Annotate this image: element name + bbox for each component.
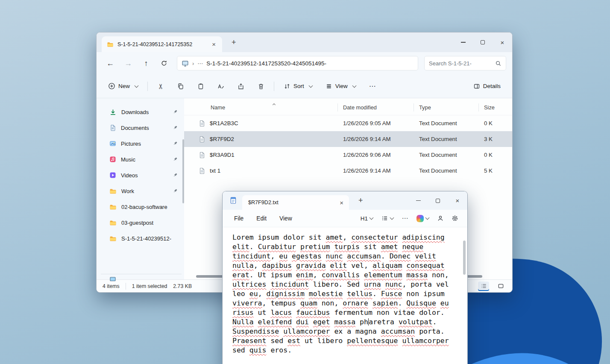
text-line: nulla, dapibus gravida elit vel, aliquam…: [232, 261, 459, 270]
notepad-app-icon: [229, 197, 237, 204]
notepad-active-tab[interactable]: $R7F9D2.txt ×: [242, 195, 349, 210]
notepad-title-bar[interactable]: $R7F9D2.txt × + ×: [223, 191, 467, 210]
sidebar-item-music[interactable]: Music: [101, 152, 182, 167]
menu-edit[interactable]: Edit: [251, 213, 272, 224]
file-name: $R1A2B3C: [210, 120, 238, 126]
more-options-icon[interactable]: ⋯: [399, 212, 411, 225]
settings-gear-icon[interactable]: [449, 212, 461, 225]
minimize-button[interactable]: [453, 32, 473, 52]
text-file-icon: [199, 120, 205, 127]
pin-icon: [172, 188, 178, 194]
menu-file[interactable]: File: [229, 213, 249, 224]
sidebar-item-02-bacup-software[interactable]: 02-bacup-software: [101, 200, 182, 214]
file-row[interactable]: $R1A2B3C1/26/2026 9:05 AMText Document0 …: [184, 115, 512, 131]
column-header-name[interactable]: Name: [184, 100, 338, 115]
sidebar-item-03-guestpost[interactable]: 03-guestpost: [101, 215, 182, 230]
file-row[interactable]: $R3A9D11/26/2026 9:06 AMText Document0 K: [184, 147, 512, 163]
downloads-icon: [109, 109, 117, 116]
tab-close-icon[interactable]: ×: [337, 199, 346, 206]
sidebar-item-pictures[interactable]: Pictures: [101, 136, 182, 151]
text-line: viverra, tempus quam non, ornare sapien.…: [232, 299, 459, 308]
copy-button[interactable]: [173, 79, 188, 94]
toolbar-divider: [147, 82, 148, 91]
copilot-button[interactable]: [413, 212, 432, 225]
pin-icon: [172, 172, 178, 178]
delete-button[interactable]: [254, 79, 268, 94]
details-view-toggle[interactable]: [478, 282, 489, 291]
selection-size: 2.73 KB: [173, 283, 192, 289]
column-header-date-modified[interactable]: Date modified: [338, 100, 414, 115]
file-size: 0 K: [479, 152, 512, 158]
account-button[interactable]: [434, 212, 447, 225]
tab-title: S-1-5-21-40239512-141725352: [117, 41, 206, 47]
notepad-text-area[interactable]: Lorem ipsum dolor sit amet, consectetur …: [223, 227, 467, 364]
text-file-icon: [199, 167, 205, 174]
navigation-pane: DownloadsDocumentsPicturesMusicVideosWor…: [97, 98, 184, 279]
sidebar-item-downloads[interactable]: Downloads: [101, 105, 182, 119]
refresh-icon[interactable]: [156, 56, 172, 70]
sidebar-item-s-1-5-21-40239512[interactable]: S-1-5-21-40239512-: [101, 231, 182, 246]
thumbnail-view-toggle[interactable]: [495, 282, 506, 291]
selection-count: 1 item selected: [132, 283, 167, 289]
folder-icon: [109, 203, 117, 211]
text-line: tincidunt, eu egestas nunc accumsan. Don…: [232, 252, 459, 261]
cut-button[interactable]: ✂: [153, 79, 168, 94]
maximize-button[interactable]: [473, 32, 493, 52]
column-header-type[interactable]: Type: [414, 100, 479, 115]
more-options-icon[interactable]: ⋯: [365, 79, 380, 94]
new-button[interactable]: New: [104, 79, 142, 93]
maximize-button[interactable]: [428, 191, 448, 210]
sidebar-item-label: 02-bacup-software: [121, 204, 178, 210]
menu-view[interactable]: View: [274, 213, 298, 224]
view-button[interactable]: View: [322, 80, 360, 93]
this-pc-icon[interactable]: [109, 276, 116, 283]
file-row[interactable]: txt 11/26/2026 9:14 AMText Document5 K: [184, 163, 512, 179]
tab-close-icon[interactable]: ×: [210, 41, 218, 48]
breadcrumb[interactable]: S-1-5-21-40239512-1417253520-4245051495-: [206, 60, 326, 67]
text-line: Suspendisse ullamcorper ex a magna accum…: [232, 327, 459, 336]
explorer-command-bar: New ✂ Sort View ⋯: [97, 74, 512, 98]
file-date-modified: 1/26/2026 9:05 AM: [338, 120, 414, 126]
search-input[interactable]: Search S-1-5-21-: [424, 56, 506, 70]
close-button[interactable]: ×: [448, 191, 467, 210]
chevron-down-icon: [308, 83, 313, 88]
explorer-tab-bar[interactable]: S-1-5-21-40239512-141725352 × + ×: [97, 32, 512, 52]
new-tab-button[interactable]: +: [228, 37, 240, 48]
pin-icon: [172, 141, 178, 147]
sort-button[interactable]: Sort: [280, 80, 316, 93]
text-file-icon: [199, 136, 205, 143]
paste-button[interactable]: [194, 79, 208, 94]
file-name: txt 1: [210, 167, 220, 174]
address-bar[interactable]: › ⋯ S-1-5-21-40239512-1417253520-4245051…: [177, 56, 418, 70]
breadcrumb-overflow-icon[interactable]: ⋯: [197, 60, 203, 67]
sidebar-item-label: S-1-5-21-40239512-: [121, 235, 178, 242]
list-format-button[interactable]: [378, 212, 397, 224]
up-icon[interactable]: ↑: [138, 56, 154, 70]
text-line: Praesent sed est ut libero pellentesque …: [232, 336, 459, 346]
sidebar-item-label: Videos: [121, 172, 167, 179]
sidebar-item-work[interactable]: Work: [101, 184, 182, 198]
close-button[interactable]: ×: [493, 32, 512, 52]
explorer-active-tab[interactable]: S-1-5-21-40239512-141725352 ×: [102, 36, 222, 52]
items-count: 4 items: [103, 283, 120, 289]
file-size: 0 K: [479, 120, 512, 126]
text-line: sed quis eros.: [232, 346, 459, 355]
details-pane-button[interactable]: Details: [469, 80, 504, 93]
file-list-body: $R1A2B3C1/26/2026 9:05 AMText Document0 …: [184, 115, 512, 179]
share-button[interactable]: [234, 79, 248, 94]
notepad-scrollbar[interactable]: [463, 241, 466, 275]
forward-icon[interactable]: →: [120, 56, 136, 70]
sidebar-item-documents[interactable]: Documents: [101, 120, 182, 135]
minimize-button[interactable]: [408, 191, 428, 210]
back-icon[interactable]: ←: [103, 56, 118, 70]
breadcrumb-chevron-icon: ›: [192, 60, 194, 67]
column-header-size[interactable]: Size: [479, 100, 512, 115]
search-icon[interactable]: [495, 60, 501, 67]
sidebar-item-videos[interactable]: Videos: [101, 168, 182, 182]
new-tab-button[interactable]: +: [355, 195, 367, 206]
tab-title: $R7F9D2.txt: [248, 200, 337, 205]
rename-button[interactable]: [214, 79, 228, 94]
file-row[interactable]: $R7F9D21/26/2026 9:14 AMText Document3 K: [184, 131, 512, 147]
heading-style-button[interactable]: H1: [357, 213, 376, 224]
this-pc-icon[interactable]: [182, 60, 189, 67]
